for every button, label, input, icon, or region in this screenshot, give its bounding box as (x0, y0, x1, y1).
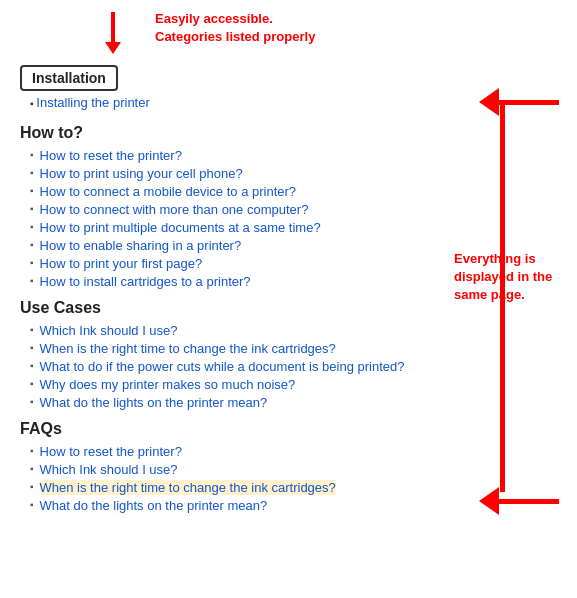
install-link[interactable]: Installing the printer (36, 95, 149, 110)
list-item: How to reset the printer? (30, 148, 420, 163)
howto-title: How to? (20, 124, 420, 142)
list-item: How to print your first page? (30, 256, 420, 271)
list-item: How to install cartridges to a printer? (30, 274, 420, 289)
list-item: When is the right time to change the ink… (30, 480, 420, 495)
faqs-section: FAQs How to reset the printer? Which Ink… (20, 420, 420, 513)
arrow-down-install (105, 12, 121, 54)
annotation-top-line1: Easyily accessible. (155, 11, 273, 26)
usecase-link[interactable]: What to do if the power cuts while a doc… (40, 359, 405, 374)
faq-link[interactable]: What do the lights on the printer mean? (40, 498, 268, 513)
arrow-right-top (479, 88, 559, 116)
list-item: How to connect with more than one comput… (30, 202, 420, 217)
installation-list: Installing the printer (30, 95, 420, 110)
annotation-top: Easyily accessible. Categories listed pr… (155, 10, 315, 46)
annotation-right: Everything is displayed in the same page… (454, 250, 559, 305)
howto-link[interactable]: How to connect a mobile device to a prin… (40, 184, 297, 199)
faqs-list: How to reset the printer? Which Ink shou… (30, 444, 420, 513)
usecase-link[interactable]: Which Ink should I use? (40, 323, 178, 338)
list-item: How to enable sharing in a printer? (30, 238, 420, 253)
list-item: When is the right time to change the ink… (30, 341, 420, 356)
list-item: Why does my printer makes so much noise? (30, 377, 420, 392)
list-item: Which Ink should I use? (30, 323, 420, 338)
howto-link[interactable]: How to print your first page? (40, 256, 203, 271)
annotation-top-line2: Categories listed properly (155, 29, 315, 44)
howto-list: How to reset the printer? How to print u… (30, 148, 420, 289)
list-item: What to do if the power cuts while a doc… (30, 359, 420, 374)
usecases-list: Which Ink should I use? When is the righ… (30, 323, 420, 410)
usecase-link[interactable]: Why does my printer makes so much noise? (40, 377, 296, 392)
installation-title: Installation (20, 65, 118, 91)
howto-link[interactable]: How to connect with more than one comput… (40, 202, 309, 217)
list-item: How to reset the printer? (30, 444, 420, 459)
howto-link[interactable]: How to install cartridges to a printer? (40, 274, 251, 289)
list-item: How to print using your cell phone? (30, 166, 420, 181)
list-item: How to connect a mobile device to a prin… (30, 184, 420, 199)
howto-link[interactable]: How to enable sharing in a printer? (40, 238, 242, 253)
faq-link[interactable]: How to reset the printer? (40, 444, 182, 459)
arrow-vertical-line (500, 102, 505, 492)
list-item: Which Ink should I use? (30, 462, 420, 477)
list-item: What do the lights on the printer mean? (30, 498, 420, 513)
list-item: Installing the printer (30, 95, 420, 110)
usecase-link[interactable]: What do the lights on the printer mean? (40, 395, 268, 410)
usecases-title: Use Cases (20, 299, 420, 317)
list-item: What do the lights on the printer mean? (30, 395, 420, 410)
usecases-section: Use Cases Which Ink should I use? When i… (20, 299, 420, 410)
howto-link[interactable]: How to print multiple documents at a sam… (40, 220, 321, 235)
howto-link[interactable]: How to reset the printer? (40, 148, 182, 163)
howto-section: How to? How to reset the printer? How to… (20, 124, 420, 289)
faqs-title: FAQs (20, 420, 420, 438)
main-content: Installation Installing the printer How … (0, 0, 440, 543)
faq-link[interactable]: Which Ink should I use? (40, 462, 178, 477)
list-item: How to print multiple documents at a sam… (30, 220, 420, 235)
arrow-right-bottom (479, 487, 559, 515)
faq-link-highlight[interactable]: When is the right time to change the ink… (40, 480, 336, 495)
howto-link[interactable]: How to print using your cell phone? (40, 166, 243, 181)
usecase-link[interactable]: When is the right time to change the ink… (40, 341, 336, 356)
